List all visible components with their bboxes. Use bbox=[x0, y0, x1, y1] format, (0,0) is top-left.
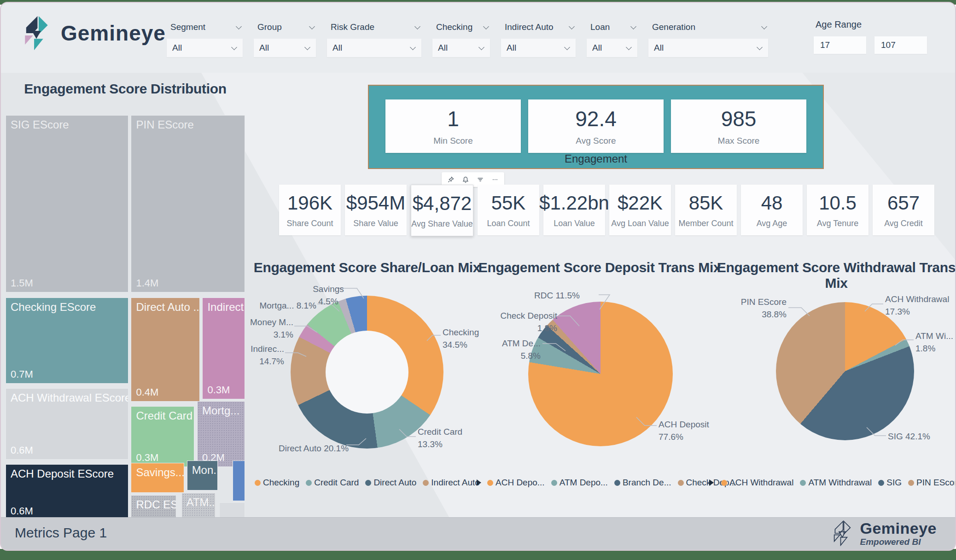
chevron-down-icon[interactable] bbox=[483, 23, 489, 29]
treemap-tile-ach-deposit-escore[interactable]: ACH Deposit EScore0.6M bbox=[6, 464, 128, 520]
treemap-tile-ach-withdrawal-escore[interactable]: ACH Withdrawal EScore0.6M bbox=[6, 388, 128, 460]
chevron-down-icon bbox=[304, 44, 310, 50]
legend-item-branch-de[interactable]: Branch De... bbox=[614, 478, 671, 488]
treemap-tile-indirect[interactable]: Indirect...0.3M bbox=[202, 298, 245, 399]
treemap-tile-direct-auto[interactable]: Direct Auto ...0.4M bbox=[131, 298, 199, 402]
footer-brand: Gemineye Empowered BI bbox=[830, 520, 937, 546]
pie-data-label: SIG 42.1% bbox=[888, 430, 939, 443]
kpi-card-share-count[interactable]: 196KShare Count bbox=[279, 185, 341, 235]
legend-dot bbox=[878, 480, 884, 486]
chevron-down-icon[interactable] bbox=[630, 23, 636, 29]
page-tab-label[interactable]: Metrics Page 1 bbox=[15, 525, 107, 541]
treemap-tile-savings[interactable]: Savings... bbox=[131, 463, 184, 493]
legend-item-sig[interactable]: SIG bbox=[878, 478, 902, 488]
chevron-down-icon[interactable] bbox=[414, 23, 420, 29]
min-score-value: 1 bbox=[447, 106, 459, 131]
kpi-card-avg-age[interactable]: 48Avg Age bbox=[741, 185, 803, 235]
kpi-card-avg-credit[interactable]: 657Avg Credit bbox=[873, 185, 934, 235]
avg-score-card[interactable]: 92.4 Avg Score bbox=[528, 99, 664, 153]
legend-next-page-arrow-icon[interactable] bbox=[477, 479, 481, 486]
filter-icon[interactable] bbox=[474, 174, 487, 186]
filter-dropdown[interactable]: All bbox=[327, 39, 421, 57]
kpi-label: Avg Share Value bbox=[411, 219, 472, 229]
tile-label: Mon... bbox=[192, 464, 218, 477]
legend-label: Branch De... bbox=[623, 478, 671, 488]
age-min-input[interactable] bbox=[814, 36, 866, 54]
treemap-tile[interactable] bbox=[233, 461, 245, 501]
legend-item-pin-escore[interactable]: PIN EScore bbox=[908, 478, 956, 488]
kpi-card-avg-loan-value[interactable]: $22KAvg Loan Value bbox=[609, 185, 671, 235]
treemap-tile-mon[interactable]: Mon... bbox=[187, 461, 218, 490]
header-bar: Gemineye SegmentAllGroupAllRisk GradeAll… bbox=[1, 3, 955, 73]
avg-score-value: 92.4 bbox=[575, 106, 617, 131]
filter-label: Indirect Auto bbox=[505, 22, 554, 32]
more-options-icon[interactable] bbox=[489, 174, 501, 186]
filter-selected-value: All bbox=[172, 43, 182, 53]
max-score-card[interactable]: 985 Max Score bbox=[671, 99, 806, 153]
chevron-down-icon[interactable] bbox=[309, 23, 315, 29]
filter-dropdown[interactable]: All bbox=[587, 39, 637, 57]
legend-dot bbox=[614, 480, 620, 486]
kpi-card-avg-share-value[interactable]: $4,872Avg Share Value bbox=[411, 185, 473, 236]
kpi-label: Loan Value bbox=[554, 219, 595, 228]
treemap-tile-sig-escore[interactable]: SIG EScore1.5M bbox=[6, 115, 128, 292]
treemap-tile-rdc-es[interactable]: RDC ES... bbox=[131, 495, 176, 520]
treemap-tile-atm[interactable]: ATM... bbox=[181, 493, 216, 519]
legend-label: ATM Withdrawal bbox=[808, 478, 872, 488]
legend-item-ach-depo[interactable]: ACH Depo... bbox=[487, 478, 545, 488]
tile-value: 0.6M bbox=[11, 444, 33, 456]
filter-selected-value: All bbox=[332, 43, 342, 53]
legend-item-atm-depo[interactable]: ATM Depo... bbox=[551, 478, 608, 488]
treemap-title: Engagement Score Distribution bbox=[5, 81, 246, 97]
kpi-card-avg-tenure[interactable]: 10.5Avg Tenure bbox=[807, 185, 869, 235]
age-max-input[interactable] bbox=[874, 36, 927, 54]
treemap-tile-mortg[interactable]: Mortg...0.2M bbox=[197, 401, 245, 467]
filter-dropdown[interactable]: All bbox=[167, 39, 243, 57]
kpi-label: Loan Count bbox=[487, 219, 530, 228]
kpi-card-member-count[interactable]: 85KMember Count bbox=[675, 185, 737, 235]
chevron-down-icon[interactable] bbox=[569, 23, 575, 29]
engagement-group-label: Engagement bbox=[369, 152, 823, 165]
filter-selected-value: All bbox=[438, 43, 448, 53]
filter-dropdown[interactable]: All bbox=[648, 39, 768, 57]
legend-item-atm-withdrawal[interactable]: ATM Withdrawal bbox=[800, 478, 872, 488]
filter-group: GroupAll bbox=[254, 21, 316, 57]
filter-label: Segment bbox=[170, 22, 205, 32]
chevron-down-icon[interactable] bbox=[761, 23, 767, 29]
filter-generation: GenerationAll bbox=[648, 21, 768, 57]
pie-data-label: Check Deposit 1.8% bbox=[484, 309, 557, 334]
treemap-tile-checking-escore[interactable]: Checking EScore0.7M bbox=[6, 298, 128, 384]
chevron-down-icon[interactable] bbox=[236, 23, 242, 29]
pin-icon[interactable] bbox=[444, 174, 457, 186]
tile-label: RDC ES... bbox=[136, 498, 176, 511]
legend-item-direct-auto[interactable]: Direct Auto bbox=[365, 478, 416, 488]
filter-label: Checking bbox=[436, 22, 472, 32]
filter-dropdown[interactable]: All bbox=[254, 39, 316, 57]
legend-label: Checking bbox=[263, 478, 299, 488]
tile-label: PIN EScore bbox=[136, 118, 193, 131]
tile-label: Savings... bbox=[136, 466, 184, 479]
withdrawal-trans-pie[interactable] bbox=[776, 302, 914, 440]
legend-item-indirect-auto[interactable]: Indirect Auto bbox=[423, 478, 480, 488]
legend-dot bbox=[551, 480, 557, 486]
pie-data-label: RDC 11.5% bbox=[534, 289, 599, 302]
legend-item-ach-withdrawal[interactable]: ACH Withdrawal bbox=[721, 478, 793, 488]
legend-item-checking[interactable]: Checking bbox=[255, 478, 299, 488]
legend-next-page-arrow-icon[interactable] bbox=[709, 479, 714, 486]
filter-selected-value: All bbox=[654, 43, 664, 53]
alert-icon[interactable] bbox=[459, 174, 472, 186]
tile-value: 0.6M bbox=[11, 505, 33, 517]
treemap-tile-pin-escore[interactable]: PIN EScore1.4M bbox=[131, 115, 245, 292]
treemap-tile-credit-card-e[interactable]: Credit Card E...0.3M bbox=[131, 406, 194, 467]
legend-item-credit-card[interactable]: Credit Card bbox=[306, 478, 359, 488]
kpi-card-loan-value[interactable]: $1.22bnLoan Value bbox=[543, 185, 605, 235]
filter-label: Generation bbox=[652, 22, 695, 32]
filter-dropdown[interactable]: All bbox=[501, 39, 576, 57]
page-tab-bar: Metrics Page 1 Gemineye Empowered BI bbox=[1, 517, 955, 550]
kpi-card-share-value[interactable]: $954MShare Value bbox=[345, 185, 407, 235]
min-score-card[interactable]: 1 Min Score bbox=[385, 99, 521, 153]
kpi-card-loan-count[interactable]: 55KLoan Count bbox=[478, 185, 539, 235]
filter-dropdown[interactable]: All bbox=[432, 39, 490, 57]
deposit-trans-legend: ACH Depo...ATM Depo...Branch De...Check … bbox=[487, 476, 715, 489]
tile-label: ATM... bbox=[187, 496, 216, 509]
